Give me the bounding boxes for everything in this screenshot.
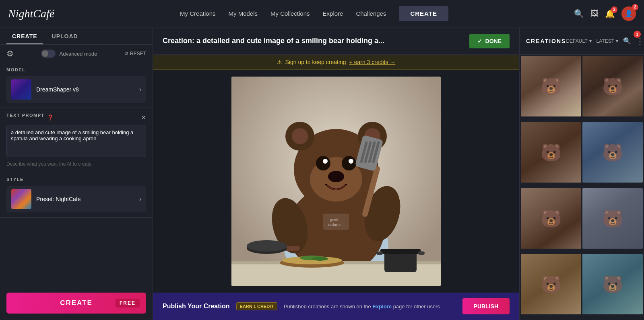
notification-badge: 2 [611, 6, 617, 13]
warning-icon: ⚠ [277, 59, 282, 65]
svg-rect-35 [376, 251, 383, 255]
free-badge: FREE [116, 299, 140, 308]
model-thumb-image [11, 79, 31, 100]
gallery-button[interactable]: 🖼 [590, 9, 599, 18]
publish-button[interactable]: PUBLISH [462, 298, 510, 314]
model-section: MODEL DreamShaper v8 › [0, 62, 153, 108]
prompt-section-label: TEXT PROMPT [6, 113, 45, 118]
publish-title: Publish Your Creation [163, 303, 230, 310]
prompt-header: TEXT PROMPT ❓ ✕ [6, 113, 146, 122]
style-section-label: STYLE [6, 177, 146, 182]
style-card[interactable]: Preset: NightCafe › [6, 186, 146, 212]
creation-thumb-4[interactable] [582, 122, 643, 183]
svg-point-26 [247, 240, 287, 251]
right-panel-actions: DEFAULT ▾ LATEST ▾ 🔍 ⋮ [566, 36, 644, 46]
creation-thumb-7[interactable] [521, 254, 581, 314]
svg-rect-37 [323, 214, 349, 230]
clear-prompt-button[interactable]: ✕ [141, 114, 146, 121]
svg-rect-34 [380, 249, 421, 254]
right-panel-header: CREATIONS DEFAULT ▾ LATEST ▾ 🔍 ⋮ 1 [520, 27, 644, 55]
gear-button[interactable]: ⚙ [6, 49, 14, 58]
center-content: Creation: a detailed and cute image of a… [153, 27, 519, 320]
prompt-placeholder: Describe what you want the AI to create [6, 161, 146, 167]
publish-description: Published creations are shown on the Exp… [284, 303, 456, 310]
nav-challenges[interactable]: Challenges [356, 10, 386, 17]
creation-thumb-8[interactable] [582, 254, 643, 314]
nav-create-button[interactable]: CREATE [399, 6, 448, 21]
notifications-button[interactable]: 🔔 2 [605, 9, 615, 19]
sort-latest-button[interactable]: LATEST ▾ [597, 38, 618, 44]
bear-illustration: gordo cocinero [231, 77, 441, 286]
earn-credit-badge: EARN 1 CREDIT [236, 302, 277, 310]
svg-point-16 [349, 159, 353, 164]
earn-credits-link[interactable]: + earn 3 credits → [349, 59, 396, 65]
advanced-mode-switch[interactable] [41, 50, 56, 58]
create-button[interactable]: CREATE FREE [6, 293, 146, 314]
signup-banner: ⚠ Sign up to keep creating + earn 3 cred… [153, 55, 519, 70]
creation-title: Creation: a detailed and cute image of a… [163, 37, 469, 45]
creations-label: CREATIONS [526, 38, 566, 44]
reset-button[interactable]: ↺ RESET [124, 51, 146, 56]
right-panel: CREATIONS DEFAULT ▾ LATEST ▾ 🔍 ⋮ 1 [519, 27, 644, 320]
creation-header: Creation: a detailed and cute image of a… [153, 27, 519, 55]
svg-rect-36 [418, 251, 425, 255]
prompt-section: TEXT PROMPT ❓ ✕ a detailed and cute imag… [0, 108, 153, 172]
svg-point-14 [342, 156, 356, 170]
style-thumb-image [11, 189, 31, 209]
checkmark-icon: ✓ [477, 38, 482, 44]
svg-point-32 [312, 257, 328, 261]
sidebar-tabs: CREATE UPLOAD [0, 27, 153, 45]
svg-point-13 [316, 156, 330, 170]
sort-default-button[interactable]: DEFAULT ▾ [566, 38, 591, 44]
style-section: STYLE Preset: NightCafe › [0, 172, 153, 218]
style-thumbnail [11, 189, 31, 209]
model-card[interactable]: DreamShaper v8 › [6, 76, 146, 103]
model-section-label: MODEL [6, 67, 146, 72]
search-icon: 🔍 [574, 9, 584, 18]
nav-my-creations[interactable]: My Creations [180, 10, 215, 17]
svg-point-15 [323, 159, 328, 164]
signup-text: Sign up to keep creating [285, 59, 346, 65]
chevron-down-icon-2: ▾ [616, 38, 618, 44]
nav-my-models[interactable]: My Models [228, 10, 258, 17]
style-name: Preset: NightCafe [36, 196, 139, 202]
nav-icon-group: 🔍 🖼 🔔 2 👤 2 [574, 6, 636, 21]
top-nav: NightCafé My Creations My Models My Coll… [0, 0, 644, 27]
style-chevron-icon: › [139, 195, 141, 203]
advanced-mode-label: Advanced mode [60, 51, 97, 57]
user-badge: 2 [632, 4, 638, 10]
user-menu-button[interactable]: 👤 2 [621, 6, 636, 21]
publish-bar: Publish Your Creation EARN 1 CREDIT Publ… [153, 293, 519, 320]
tab-upload[interactable]: UPLOAD [46, 27, 84, 44]
done-button[interactable]: ✓ DONE [469, 34, 510, 48]
nav-my-collections[interactable]: My Collections [270, 10, 310, 17]
creation-thumb-3[interactable] [521, 122, 581, 183]
nav-explore[interactable]: Explore [323, 10, 343, 17]
chevron-right-icon: › [139, 86, 141, 93]
image-area: gordo cocinero [153, 70, 519, 293]
svg-point-17 [328, 171, 344, 182]
creation-thumb-6[interactable] [582, 188, 643, 249]
creations-grid [520, 55, 644, 320]
explore-link[interactable]: Explore [372, 303, 392, 310]
tab-create[interactable]: CREATE [6, 27, 43, 44]
svg-text:cocinero: cocinero [328, 222, 341, 226]
nav-links: My Creations My Models My Collections Ex… [180, 6, 448, 21]
creation-thumb-5[interactable] [521, 188, 581, 249]
chevron-down-icon: ▾ [589, 38, 592, 44]
search-icon-2: 🔍 [623, 37, 631, 44]
create-button-row: CREATE FREE [0, 286, 153, 320]
creation-thumb-2[interactable] [582, 56, 643, 116]
panel-search-button[interactable]: 🔍 [623, 37, 631, 45]
gallery-icon: 🖼 [590, 9, 599, 18]
prompt-textarea[interactable]: a detailed and cute image of a smiling b… [6, 125, 146, 157]
svg-point-10 [292, 128, 308, 144]
main-image: gordo cocinero [231, 77, 441, 286]
sidebar-top-row: ⚙ Advanced mode ↺ RESET [0, 45, 153, 62]
search-button[interactable]: 🔍 [574, 9, 584, 19]
toggle-knob [42, 50, 48, 57]
prompt-label-row: TEXT PROMPT ❓ [6, 113, 54, 122]
creation-thumb-1[interactable] [521, 56, 581, 116]
model-name: DreamShaper v8 [36, 86, 139, 93]
reset-icon: ↺ [124, 51, 128, 56]
